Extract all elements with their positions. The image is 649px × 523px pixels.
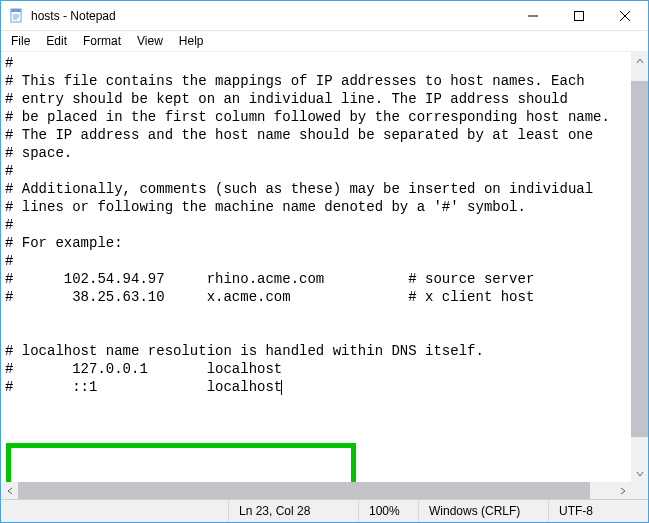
window-title: hosts - Notepad bbox=[31, 9, 510, 23]
notepad-icon bbox=[9, 8, 25, 24]
menu-format[interactable]: Format bbox=[75, 32, 129, 50]
menu-edit[interactable]: Edit bbox=[38, 32, 75, 50]
status-encoding: UTF-8 bbox=[548, 500, 648, 522]
vertical-scrollbar[interactable] bbox=[631, 52, 648, 482]
statusbar: Ln 23, Col 28 100% Windows (CRLF) UTF-8 bbox=[1, 499, 648, 522]
scroll-up-icon[interactable] bbox=[631, 52, 648, 69]
hscroll-track[interactable] bbox=[18, 482, 614, 499]
close-button[interactable] bbox=[602, 1, 648, 30]
status-zoom: 100% bbox=[358, 500, 418, 522]
menu-file[interactable]: File bbox=[3, 32, 38, 50]
hscroll-thumb[interactable] bbox=[18, 482, 590, 499]
menu-help[interactable]: Help bbox=[171, 32, 212, 50]
svg-rect-6 bbox=[575, 11, 584, 20]
status-position: Ln 23, Col 28 bbox=[228, 500, 358, 522]
maximize-button[interactable] bbox=[556, 1, 602, 30]
svg-rect-1 bbox=[11, 9, 21, 12]
text-editor[interactable]: # # This file contains the mappings of I… bbox=[1, 52, 631, 482]
scroll-down-icon[interactable] bbox=[631, 465, 648, 482]
menubar: File Edit Format View Help bbox=[1, 31, 648, 51]
horizontal-scrollbar[interactable] bbox=[1, 482, 631, 499]
vscroll-track[interactable] bbox=[631, 69, 648, 465]
scroll-corner bbox=[631, 482, 648, 499]
titlebar: hosts - Notepad bbox=[1, 1, 648, 31]
vscroll-thumb[interactable] bbox=[631, 81, 648, 437]
minimize-button[interactable] bbox=[510, 1, 556, 30]
scroll-left-icon[interactable] bbox=[1, 482, 18, 499]
editor-area: # # This file contains the mappings of I… bbox=[1, 51, 648, 499]
status-line-ending: Windows (CRLF) bbox=[418, 500, 548, 522]
menu-view[interactable]: View bbox=[129, 32, 171, 50]
scroll-right-icon[interactable] bbox=[614, 482, 631, 499]
window-controls bbox=[510, 1, 648, 30]
